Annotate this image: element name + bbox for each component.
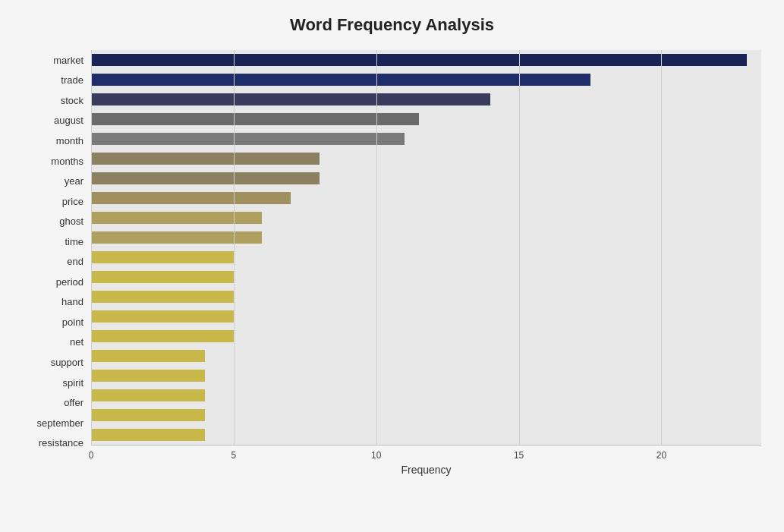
bars-area bbox=[91, 50, 761, 445]
y-label: support bbox=[51, 357, 83, 367]
x-tick: 0 bbox=[89, 450, 94, 461]
bar bbox=[91, 271, 234, 282]
bar-row bbox=[91, 90, 761, 109]
bar bbox=[91, 212, 262, 223]
chart-title: Word Frequency Analysis bbox=[23, 15, 761, 35]
y-label: end bbox=[67, 257, 83, 266]
x-tick: 15 bbox=[514, 450, 524, 461]
bar-row bbox=[91, 425, 761, 445]
y-axis: markettradestockaugustmonthmonthsyearpri… bbox=[23, 50, 91, 476]
y-label: time bbox=[65, 237, 83, 247]
bar bbox=[91, 113, 419, 124]
y-label: price bbox=[62, 197, 83, 206]
y-label: stock bbox=[61, 96, 83, 105]
y-label: market bbox=[53, 55, 83, 65]
chart-container: Word Frequency Analysis markettradestock… bbox=[0, 0, 784, 532]
y-label: august bbox=[54, 115, 83, 125]
bar bbox=[91, 389, 205, 401]
bar bbox=[91, 192, 291, 203]
bar-row bbox=[91, 129, 761, 149]
bar bbox=[91, 172, 320, 184]
bar-row bbox=[91, 149, 761, 168]
bar-row bbox=[91, 228, 761, 247]
x-axis-label: Frequency bbox=[91, 464, 761, 476]
bar-row bbox=[91, 287, 761, 307]
y-label: trade bbox=[61, 75, 83, 85]
x-tick: 5 bbox=[231, 450, 237, 461]
bar-row bbox=[91, 188, 761, 208]
bar bbox=[91, 133, 405, 144]
y-label: months bbox=[51, 156, 83, 166]
bar bbox=[91, 54, 747, 65]
y-label: hand bbox=[61, 297, 83, 307]
bar bbox=[91, 429, 205, 440]
bar-row bbox=[91, 366, 761, 386]
y-label: year bbox=[65, 176, 83, 186]
x-tick: 20 bbox=[656, 450, 666, 461]
bar bbox=[91, 153, 320, 164]
bar bbox=[91, 251, 234, 263]
y-label: ghost bbox=[59, 216, 83, 226]
y-label: spirit bbox=[63, 378, 83, 388]
bar-row bbox=[91, 346, 761, 366]
y-label: september bbox=[37, 418, 83, 428]
x-axis: 05101520 bbox=[91, 445, 761, 461]
bar-row bbox=[91, 326, 761, 346]
bar bbox=[91, 74, 590, 85]
y-label: resistance bbox=[39, 438, 83, 448]
bar bbox=[91, 291, 234, 302]
y-label: month bbox=[56, 136, 83, 146]
x-tick: 10 bbox=[371, 450, 381, 461]
y-label: offer bbox=[64, 398, 83, 408]
y-label: point bbox=[62, 317, 83, 327]
bar-row bbox=[91, 307, 761, 326]
bar bbox=[91, 409, 205, 420]
bar-row bbox=[91, 208, 761, 228]
bar bbox=[91, 350, 205, 361]
bar bbox=[91, 370, 205, 381]
bar-row bbox=[91, 168, 761, 188]
bar-row bbox=[91, 109, 761, 129]
bar-row bbox=[91, 247, 761, 267]
bar-row bbox=[91, 50, 761, 70]
chart-area: markettradestockaugustmonthmonthsyearpri… bbox=[23, 50, 761, 476]
y-label: period bbox=[56, 277, 83, 287]
bar bbox=[91, 93, 490, 105]
bar-row bbox=[91, 267, 761, 287]
bar-row bbox=[91, 386, 761, 405]
bar bbox=[91, 330, 234, 342]
bar bbox=[91, 231, 262, 243]
plot-area: 05101520 Frequency bbox=[91, 50, 761, 476]
bar-row bbox=[91, 405, 761, 425]
y-label: net bbox=[70, 337, 83, 347]
bar bbox=[91, 310, 234, 322]
bar-row bbox=[91, 70, 761, 90]
